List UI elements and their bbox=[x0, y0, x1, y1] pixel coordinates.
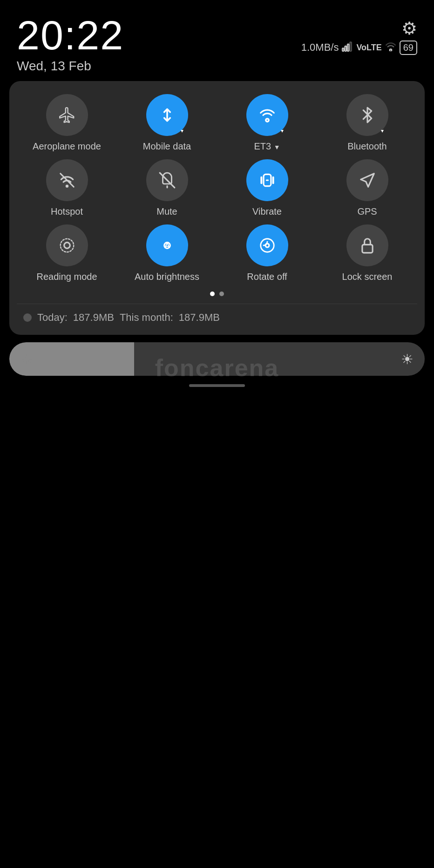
time-block: 20:22 Wed, 13 Feb bbox=[17, 15, 124, 74]
dot-1[interactable] bbox=[210, 292, 215, 296]
lock-screen-circle bbox=[346, 224, 388, 266]
lock-screen-label: Lock screen bbox=[342, 271, 393, 282]
today-val: 187.9MB bbox=[73, 312, 114, 324]
svg-text:A: A bbox=[164, 241, 170, 250]
home-indicator[interactable] bbox=[189, 384, 245, 387]
toggle-bluetooth[interactable]: Bluetooth bbox=[319, 94, 415, 152]
month-val: 187.9MB bbox=[179, 312, 220, 324]
gps-label: GPS bbox=[357, 206, 377, 217]
speed-indicator: 1.0MB/s bbox=[301, 41, 339, 54]
toggle-grid: Aeroplane mode Mobile data ET3 ▼ bbox=[19, 94, 415, 282]
auto-brightness-circle: A bbox=[146, 224, 188, 266]
data-dot bbox=[23, 313, 32, 322]
clock: 20:22 bbox=[17, 15, 124, 56]
hotspot-circle bbox=[46, 159, 88, 201]
svg-rect-1 bbox=[345, 46, 346, 51]
svg-rect-3 bbox=[350, 42, 352, 51]
brightness-high-icon: ☀ bbox=[401, 351, 414, 367]
reading-circle bbox=[46, 224, 88, 266]
rotate-label: Rotate off bbox=[247, 271, 287, 282]
mobile-data-circle bbox=[146, 94, 188, 136]
gear-icon[interactable]: ⚙ bbox=[401, 20, 417, 37]
toggle-wifi[interactable]: ET3 ▼ bbox=[219, 94, 315, 152]
brightness-low-icon: ☀ bbox=[20, 351, 33, 367]
toggle-hotspot[interactable]: Hotspot bbox=[19, 159, 115, 217]
status-right: ⚙ 1.0MB/s VoLTE 69 bbox=[301, 15, 417, 55]
toggle-auto-brightness[interactable]: A Auto brightness bbox=[119, 224, 215, 282]
svg-point-12 bbox=[60, 239, 74, 252]
aeroplane-circle bbox=[46, 94, 88, 136]
hotspot-label: Hotspot bbox=[51, 206, 83, 217]
battery-indicator: 69 bbox=[400, 41, 417, 55]
toggle-rotate[interactable]: Rotate off bbox=[219, 224, 315, 282]
bluetooth-circle bbox=[346, 94, 388, 136]
pagination-dots bbox=[19, 292, 415, 296]
reading-label: Reading mode bbox=[36, 271, 97, 282]
month-label: This month: bbox=[120, 312, 173, 324]
auto-brightness-label: Auto brightness bbox=[135, 271, 199, 282]
mute-circle bbox=[146, 159, 188, 201]
volte-icon: VoLTE bbox=[356, 43, 381, 53]
brightness-slider[interactable]: ☀ ☀ bbox=[9, 342, 425, 376]
data-usage: Today: 187.9MB This month: 187.9MB bbox=[19, 310, 415, 326]
mute-label: Mute bbox=[156, 206, 177, 217]
toggle-gps[interactable]: GPS bbox=[319, 159, 415, 217]
svg-rect-2 bbox=[347, 44, 349, 51]
rotate-circle bbox=[246, 224, 288, 266]
toggle-lock-screen[interactable]: Lock screen bbox=[319, 224, 415, 282]
wifi-label: ET3 ▼ bbox=[254, 141, 280, 152]
toggle-reading[interactable]: Reading mode bbox=[19, 224, 115, 282]
aeroplane-label: Aeroplane mode bbox=[33, 141, 101, 152]
svg-rect-0 bbox=[343, 48, 344, 51]
gps-circle bbox=[346, 159, 388, 201]
status-icons: 1.0MB/s VoLTE 69 bbox=[301, 40, 417, 55]
mobile-data-label: Mobile data bbox=[143, 141, 191, 152]
quick-settings-panel: Aeroplane mode Mobile data ET3 ▼ bbox=[9, 81, 425, 335]
dot-2[interactable] bbox=[219, 292, 224, 296]
svg-rect-16 bbox=[362, 244, 372, 252]
toggle-vibrate[interactable]: Vibrate bbox=[219, 159, 315, 217]
bluetooth-label: Bluetooth bbox=[347, 141, 387, 152]
divider bbox=[17, 304, 417, 304]
signal-icon bbox=[341, 40, 353, 55]
toggle-aeroplane[interactable]: Aeroplane mode bbox=[19, 94, 115, 152]
vibrate-label: Vibrate bbox=[252, 206, 282, 217]
wifi-icon bbox=[385, 41, 397, 54]
vibrate-circle bbox=[246, 159, 288, 201]
toggle-mute[interactable]: Mute bbox=[119, 159, 215, 217]
svg-point-11 bbox=[64, 243, 70, 249]
toggle-mobile-data[interactable]: Mobile data bbox=[119, 94, 215, 152]
wifi-circle bbox=[246, 94, 288, 136]
date: Wed, 13 Feb bbox=[17, 59, 124, 74]
today-label: Today: bbox=[37, 312, 68, 324]
status-bar: 20:22 Wed, 13 Feb ⚙ 1.0MB/s VoLTE bbox=[0, 0, 434, 81]
